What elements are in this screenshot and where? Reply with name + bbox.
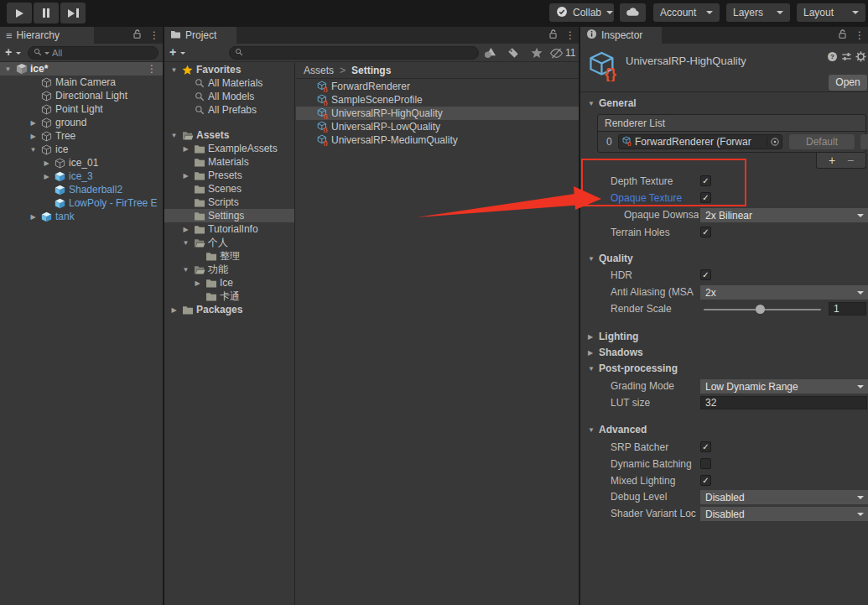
dynamic-batching-checkbox[interactable] — [700, 458, 711, 469]
step-button[interactable] — [60, 3, 86, 23]
collab-dropdown[interactable]: Collab — [549, 3, 614, 22]
tab-inspector[interactable]: Inspector — [580, 27, 662, 44]
expand-arrow[interactable]: ▶ — [42, 173, 51, 180]
breadcrumb-root[interactable]: Assets — [304, 65, 334, 76]
expand-arrow[interactable]: ▶ — [42, 159, 51, 167]
project-tree-item-settings[interactable]: Settings — [164, 209, 294, 222]
project-tree-item-favorites[interactable]: ▼Favorites — [164, 63, 294, 76]
expand-arrow[interactable]: ▼ — [169, 132, 179, 139]
asset-item-universalrp-lowquality[interactable]: {}UniversalRP-LowQuality — [296, 120, 579, 133]
section-post-processing[interactable]: ▼ Post-processing — [580, 362, 868, 376]
project-tree-item-item-17[interactable]: 卡通 — [164, 289, 294, 303]
hierarchy-item-ice[interactable]: ▼ice — [0, 143, 163, 156]
anti-aliasing-dropdown[interactable]: 2x — [700, 285, 868, 300]
default-button[interactable]: Default — [789, 134, 855, 149]
hierarchy-item-lowpoly-firtree-e[interactable]: LowPoly - FirTree E — [0, 196, 163, 210]
hierarchy-item-point-light[interactable]: Point Light — [0, 102, 163, 116]
opaque-downsampling-dropdown[interactable]: 2x Bilinear — [700, 208, 868, 222]
expand-arrow[interactable]: ▶ — [29, 213, 38, 221]
project-tree-item-item-13[interactable]: ▼个人 — [164, 236, 294, 249]
section-general[interactable]: ▼ General — [580, 97, 868, 111]
terrain-holes-checkbox[interactable] — [700, 227, 711, 237]
project-tree-item-packages[interactable]: ▶Packages — [164, 303, 294, 316]
kebab-menu-icon[interactable] — [565, 29, 575, 41]
hierarchy-item-ice-3[interactable]: ▶ice_3 — [0, 170, 163, 183]
hierarchy-item-ice[interactable]: ▼ice* — [0, 62, 163, 76]
srp-batcher-checkbox[interactable] — [700, 441, 711, 452]
project-tree-item-exampleassets[interactable]: ▶ExampleAssets — [164, 142, 294, 155]
section-quality[interactable]: ▼ Quality — [580, 253, 868, 266]
section-advanced[interactable]: ▼ Advanced — [580, 424, 868, 437]
expand-arrow[interactable]: ▼ — [3, 65, 13, 73]
expand-arrow[interactable]: ▶ — [29, 119, 38, 127]
play-button[interactable] — [7, 3, 32, 23]
debug-level-dropdown[interactable]: Disabled — [700, 490, 868, 504]
hierarchy-item-tank[interactable]: ▶tank — [0, 210, 163, 223]
shader-variant-log-dropdown[interactable]: Disabled — [700, 507, 868, 521]
expand-arrow[interactable]: ▼ — [169, 66, 179, 74]
hierarchy-item-main-camera[interactable]: Main Camera — [0, 76, 163, 89]
project-tree-item-scenes[interactable]: Scenes — [164, 182, 294, 196]
expand-arrow[interactable]: ▶ — [181, 172, 190, 180]
hierarchy-item-ice-01[interactable]: ▶ice_01 — [0, 156, 163, 170]
help-icon[interactable]: ? — [827, 51, 838, 65]
expand-arrow[interactable]: ▶ — [181, 145, 190, 153]
section-lighting[interactable]: ▶ Lighting — [580, 331, 868, 344]
kebab-menu-icon[interactable] — [147, 63, 163, 75]
section-shadows[interactable]: ▶ Shadows — [580, 347, 868, 360]
expand-arrow[interactable]: ▶ — [193, 279, 202, 287]
renderer-object-field[interactable]: {} ForwardRenderer (Forwar — [618, 134, 782, 149]
cloud-button[interactable] — [620, 3, 646, 22]
kebab-menu-icon[interactable] — [855, 29, 865, 41]
hierarchy-search[interactable] — [28, 46, 159, 60]
remove-renderer-button[interactable] — [847, 154, 854, 167]
search-by-type-button[interactable] — [484, 47, 496, 59]
expand-arrow[interactable]: ▼ — [181, 239, 190, 247]
project-tree-item-item-14[interactable]: 整理 — [164, 249, 294, 263]
add-renderer-button[interactable] — [829, 154, 835, 167]
hdr-checkbox[interactable] — [700, 269, 711, 280]
hierarchy-item-ground[interactable]: ▶ground — [0, 116, 163, 129]
hierarchy-search-input[interactable] — [52, 48, 153, 58]
project-tree-item-materials[interactable]: Materials — [164, 155, 294, 169]
hidden-count-button[interactable]: 11 — [549, 47, 575, 59]
asset-item-samplesceneprofile[interactable]: {}SampleSceneProfile — [296, 93, 579, 107]
asset-item-universalrp-mediumquality[interactable]: {}UniversalRP-MediumQuality — [296, 133, 579, 147]
lut-size-input[interactable]: 32 — [700, 396, 867, 409]
favorites-star-button[interactable] — [531, 47, 543, 59]
lock-icon[interactable] — [548, 29, 558, 42]
open-button[interactable]: Open — [829, 75, 867, 91]
project-tree-item-ice[interactable]: ▶Ice — [164, 276, 294, 289]
project-tree-item-item-15[interactable]: ▼功能 — [164, 263, 294, 276]
tab-project[interactable]: Project — [164, 27, 236, 44]
project-search-input[interactable] — [246, 48, 473, 58]
project-tree-item-all-models[interactable]: All Models — [164, 90, 294, 103]
breadcrumb-leaf[interactable]: Settings — [351, 65, 391, 76]
expand-arrow[interactable]: ▶ — [181, 226, 190, 233]
hierarchy-item-shaderball2[interactable]: Shaderball2 — [0, 183, 163, 196]
expand-arrow[interactable]: ▶ — [29, 133, 38, 140]
project-tree-item-all-materials[interactable]: All Materials — [164, 76, 294, 90]
expand-arrow[interactable]: ▼ — [181, 266, 190, 274]
opaque-texture-checkbox[interactable] — [700, 192, 711, 203]
hierarchy-item-directional-light[interactable]: Directional Light — [0, 89, 163, 102]
expand-arrow[interactable]: ▶ — [169, 306, 179, 314]
gear-icon[interactable] — [855, 51, 866, 65]
presets-icon[interactable] — [841, 51, 852, 65]
render-scale-slider-handle[interactable] — [756, 305, 765, 314]
create-menu-button[interactable] — [5, 45, 12, 59]
project-tree-item-all-prefabs[interactable]: All Prefabs — [164, 103, 294, 117]
renderer-kebab-button[interactable] — [860, 134, 868, 149]
lock-icon[interactable] — [838, 29, 847, 42]
kebab-menu-icon[interactable] — [149, 29, 159, 41]
hierarchy-item-tree[interactable]: ▶Tree — [0, 129, 163, 143]
asset-item-forwardrenderer[interactable]: {}ForwardRenderer — [296, 80, 579, 93]
create-menu-button[interactable] — [169, 45, 176, 59]
chevron-down-icon[interactable] — [16, 52, 21, 55]
object-picker-icon[interactable] — [767, 137, 780, 147]
project-tree-item-tutorialinfo[interactable]: ▶TutorialInfo — [164, 222, 294, 236]
grading-mode-dropdown[interactable]: Low Dynamic Range — [700, 379, 868, 394]
account-dropdown[interactable]: Account — [653, 3, 720, 22]
depth-texture-checkbox[interactable] — [700, 175, 711, 186]
mixed-lighting-checkbox[interactable] — [700, 475, 711, 486]
